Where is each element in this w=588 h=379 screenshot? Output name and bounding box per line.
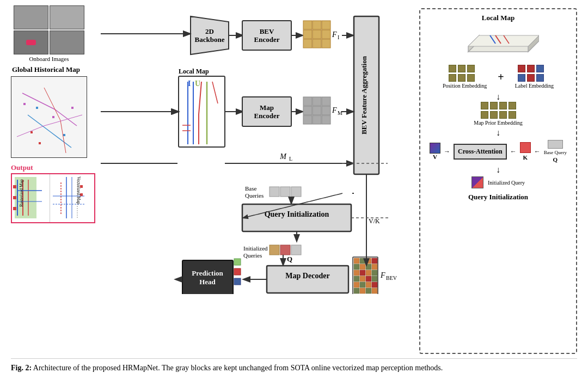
svg-rect-137: [234, 268, 241, 275]
onboard-label: Onboard Images: [14, 56, 84, 62]
main-container: Onboard Images Global Historical Map: [0, 0, 588, 379]
global-map-svg: [11, 77, 87, 157]
base-query-box: [548, 140, 563, 149]
svg-rect-73: [313, 97, 321, 106]
global-map-image: [11, 76, 87, 158]
base-query-label: Base Query: [544, 150, 567, 155]
svg-text:M: M: [279, 152, 287, 161]
svg-rect-107: [354, 258, 359, 264]
v-input: V: [430, 143, 440, 160]
svg-rect-128: [360, 288, 365, 294]
initialized-query-label: Initialized Query: [488, 180, 525, 186]
down-arrow-2: ↓: [425, 128, 572, 138]
svg-rect-91: [280, 187, 290, 197]
svg-rect-138: [234, 278, 241, 285]
svg-line-0: [22, 93, 55, 109]
svg-text:Local Map: Local Map: [179, 68, 209, 75]
prior-cube-2: [490, 102, 498, 109]
svg-rect-8: [23, 103, 26, 105]
svg-rect-130: [372, 288, 377, 294]
output-box: Rasterized Map: [11, 173, 95, 223]
prior-cube-4: [509, 102, 516, 109]
svg-rect-92: [291, 187, 301, 197]
svg-text:Head: Head: [199, 278, 216, 286]
svg-rect-113: [366, 264, 371, 270]
pos-cube-3: [467, 65, 475, 72]
svg-rect-108: [360, 258, 365, 264]
q-label-right: Q: [553, 156, 558, 163]
svg-rect-90: [270, 187, 279, 197]
label-cube-1: [518, 65, 525, 72]
svg-rect-115: [354, 270, 359, 276]
pos-cube-6: [467, 74, 475, 82]
svg-text:Encoder: Encoder: [254, 112, 280, 120]
svg-rect-99: [270, 245, 279, 255]
svg-text:Backbone: Backbone: [195, 35, 225, 44]
svg-line-7: [44, 115, 82, 126]
svg-rect-129: [366, 288, 371, 294]
label-cube-3: [536, 65, 544, 72]
down-arrow-3: ↓: [425, 165, 572, 175]
road-image-2: [50, 5, 84, 29]
prior-cube-3: [499, 102, 507, 109]
svg-rect-126: [372, 282, 377, 288]
svg-rect-43: [322, 21, 330, 29]
caption-text: Architecture of the proposed HRMapNet. T…: [32, 364, 443, 372]
svg-rect-79: [313, 115, 321, 124]
prior-cube-1: [481, 102, 488, 109]
plus-icon: +: [498, 71, 504, 83]
svg-text:F: F: [380, 271, 385, 279]
svg-rect-80: [322, 115, 330, 124]
svg-rect-78: [303, 115, 312, 124]
svg-text:Base: Base: [245, 185, 257, 192]
diagram-area: Onboard Images Global Historical Map: [11, 5, 577, 354]
svg-rect-12: [39, 142, 41, 144]
output-label: Output: [11, 163, 95, 172]
svg-text:Query Initialization: Query Initialization: [265, 210, 329, 218]
label-cube-2: [527, 65, 535, 72]
vectorized-map: Vectorized Map: [50, 174, 88, 222]
svg-rect-9: [36, 107, 38, 109]
right-panel-title: Local Map: [425, 14, 572, 22]
svg-rect-44: [303, 30, 312, 39]
label-cube-4: [518, 74, 525, 82]
arrow-q-2: ←: [534, 148, 541, 156]
right-panel: Local Map: [419, 8, 577, 354]
svg-rect-118: [372, 270, 377, 276]
label-cube-6: [536, 74, 544, 82]
q-base-section: Base Query Q: [544, 140, 567, 163]
pos-embed-group: Position Embedding: [443, 65, 487, 89]
svg-text:Q: Q: [287, 255, 292, 263]
local-map-3d-svg: [457, 25, 539, 63]
fig-label: Fig. 2:: [11, 364, 32, 372]
svg-rect-111: [354, 264, 359, 270]
label-cube-5: [527, 74, 535, 82]
onboard-images-grid: [14, 5, 84, 54]
q-section: K: [520, 142, 531, 161]
svg-text:Map Decoder: Map Decoder: [285, 272, 329, 280]
arrow-q-ca: ←: [510, 148, 517, 156]
init-query-cube: [471, 176, 483, 188]
svg-rect-119: [354, 276, 359, 282]
svg-rect-75: [303, 106, 312, 115]
svg-rect-76: [313, 106, 321, 115]
down-arrow-1: ↓: [425, 92, 572, 102]
svg-rect-11: [63, 134, 65, 136]
svg-text:F: F: [332, 30, 337, 39]
svg-rect-101: [291, 245, 301, 255]
svg-rect-23: [13, 207, 16, 210]
svg-rect-42: [313, 21, 321, 29]
label-embed-label: Label Embedding: [515, 83, 554, 89]
pos-cube-4: [449, 74, 456, 82]
pos-cube-1: [449, 65, 456, 72]
query-init-section-title: Query Initialization: [425, 193, 572, 201]
local-map-3d: [425, 25, 572, 63]
k-cube: [520, 142, 531, 153]
svg-line-2: [28, 115, 50, 131]
svg-text:U: U: [195, 80, 200, 88]
svg-text:F: F: [332, 106, 337, 114]
svg-rect-100: [280, 245, 290, 255]
svg-rect-14: [30, 131, 33, 133]
raster-label: Rasterized Map: [19, 179, 24, 206]
svg-rect-45: [313, 30, 321, 39]
